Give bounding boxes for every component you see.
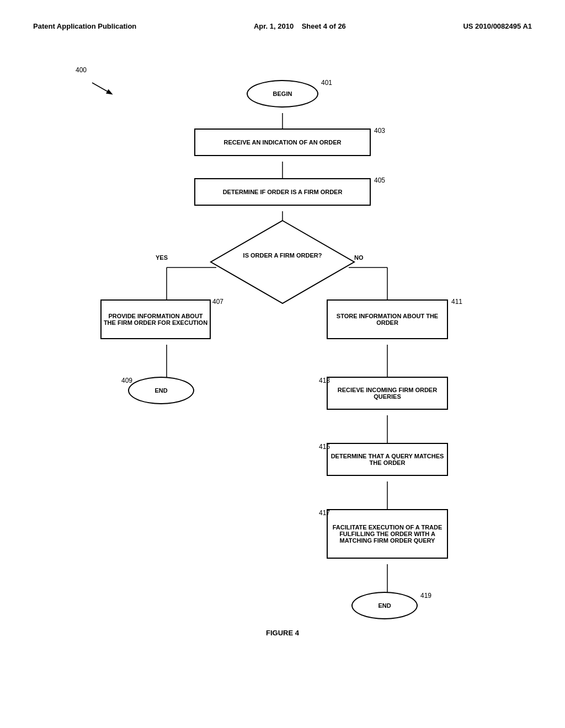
num-405: 405 [374, 176, 385, 184]
flowchart-diagram: 400 BEGIN 401 RECEIVE AN INDICATION OF A… [45, 47, 520, 654]
num-413: 413 [319, 377, 330, 384]
num-415: 415 [319, 443, 330, 451]
num-409: 409 [121, 377, 132, 384]
begin-num: 401 [321, 79, 332, 87]
header-center: Apr. 1, 2010 Sheet 4 of 26 [254, 22, 346, 30]
no-label: NO [354, 254, 364, 261]
fig-number-label: 400 [76, 66, 87, 74]
svg-marker-13 [211, 221, 354, 303]
num-403: 403 [374, 127, 385, 135]
num-407: 407 [212, 298, 223, 306]
node-417: FACILITATE EXECUTION OF A TRADE FULFILLI… [327, 509, 448, 559]
node-419: END [351, 592, 418, 619]
header-right: US 2010/0082495 A1 [463, 22, 532, 30]
figure-caption: FIGURE 4 [45, 629, 520, 637]
node-415: DETERMINE THAT A QUERY MATCHES THE ORDER [327, 443, 448, 476]
header-left: Patent Application Publication [33, 22, 136, 30]
node-409: END [128, 377, 194, 404]
num-417: 417 [319, 509, 330, 517]
num-411: 411 [451, 298, 462, 306]
svg-text:IS ORDER A FIRM ORDER?: IS ORDER A FIRM ORDER? [243, 252, 322, 259]
node-403: RECEIVE AN INDICATION OF AN ORDER [194, 129, 371, 156]
node-411: STORE INFORMATION ABOUT THE ORDER [327, 299, 448, 339]
page: Patent Application Publication Apr. 1, 2… [0, 0, 565, 728]
node-413: RECIEVE INCOMING FIRM ORDER QUERIES [327, 377, 448, 410]
num-419: 419 [420, 592, 431, 599]
node-407: PROVIDE INFORMATION ABOUT THE FIRM ORDER… [100, 299, 211, 339]
node-405: DETERMINE IF ORDER IS A FIRM ORDER [194, 178, 371, 206]
svg-line-0 [92, 83, 111, 94]
begin-node: BEGIN [247, 80, 318, 108]
page-header: Patent Application Publication Apr. 1, 2… [33, 22, 532, 30]
yes-label: YES [156, 254, 168, 261]
